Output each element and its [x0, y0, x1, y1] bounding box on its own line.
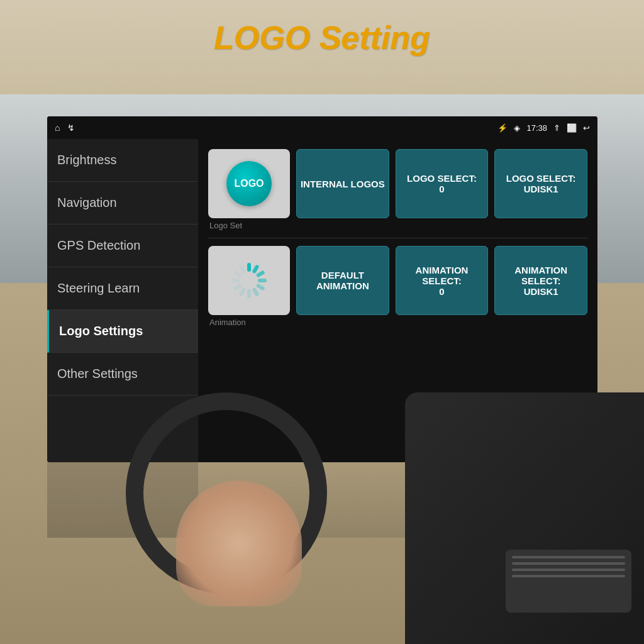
sidebar-item-label: Navigation: [57, 196, 117, 210]
bluetooth-icon: ⚡: [497, 123, 508, 133]
sidebar-item-navigation[interactable]: Navigation: [47, 182, 198, 225]
svg-rect-10: [233, 270, 242, 277]
default-animation-button[interactable]: DEFAULTANIMATION: [296, 246, 389, 315]
back-icon[interactable]: ↩: [583, 123, 590, 133]
svg-rect-2: [256, 270, 265, 277]
logo-tile-label: Logo Set: [208, 221, 290, 230]
animation-select-udisk1-button[interactable]: ANIMATIONSELECT:UDISK1: [494, 246, 587, 315]
svg-rect-5: [252, 287, 259, 297]
status-right: ⚡ ◈ 17:38 ⇑ ⬜ ↩: [497, 123, 590, 133]
sidebar-item-label: Logo Settings: [59, 324, 143, 338]
status-left: ⌂ ↯: [55, 123, 75, 133]
status-bar: ⌂ ↯ ⚡ ◈ 17:38 ⇑ ⬜ ↩: [47, 116, 597, 139]
vent-line: [512, 556, 625, 558]
sidebar-item-logo-settings[interactable]: Logo Settings: [47, 310, 198, 353]
internal-logos-button[interactable]: INTERNAL LOGOS: [296, 149, 389, 218]
sidebar-item-label: Other Settings: [57, 367, 138, 381]
usb-icon: ↯: [67, 123, 75, 133]
logo-tile-group: LOGO Logo Set: [208, 149, 290, 230]
svg-rect-9: [231, 279, 240, 282]
up-arrow-icon: ⇑: [553, 123, 560, 133]
animation-icon-tile[interactable]: [208, 246, 290, 315]
animation-tile-group: Animation: [208, 246, 290, 327]
logo-text: LOGO: [234, 178, 264, 189]
svg-rect-6: [247, 289, 251, 298]
svg-rect-4: [256, 283, 265, 291]
signal-icon: ◈: [514, 123, 520, 133]
vent-line: [512, 569, 625, 571]
svg-rect-1: [252, 264, 259, 274]
vent-line: [512, 562, 625, 565]
sidebar-item-label: Brightness: [57, 153, 117, 167]
sidebar-item-steering-learn[interactable]: Steering Learn: [47, 267, 198, 310]
sidebar-item-label: GPS Detection: [57, 238, 140, 253]
svg-rect-3: [258, 279, 267, 282]
spinner-icon: [229, 260, 269, 301]
svg-rect-0: [247, 263, 251, 272]
window-icon: ⬜: [567, 123, 577, 133]
sidebar-item-label: Steering Learn: [57, 281, 140, 296]
logo-circle: LOGO: [226, 161, 272, 206]
logo-section: LOGO Logo Set INTERNAL LOGOS LOGO SELECT…: [208, 149, 587, 230]
section-divider: [208, 238, 587, 238]
page-title: LOGO Setting: [214, 19, 430, 56]
sidebar-item-gps-detection[interactable]: GPS Detection: [47, 225, 198, 267]
logo-icon-tile[interactable]: LOGO: [208, 149, 290, 218]
hand-on-wheel: [176, 480, 302, 606]
home-icon[interactable]: ⌂: [55, 123, 60, 133]
sidebar-item-brightness[interactable]: Brightness: [47, 139, 198, 182]
page-title-area: LOGO Setting: [0, 19, 644, 57]
logo-select-udisk1-button[interactable]: LOGO SELECT:UDISK1: [494, 149, 587, 218]
logo-select-0-button[interactable]: LOGO SELECT:0: [396, 149, 489, 218]
animation-select-0-button[interactable]: ANIMATIONSELECT:0: [396, 246, 489, 315]
air-vent: [506, 550, 631, 613]
vent-line: [512, 575, 625, 577]
svg-rect-11: [238, 264, 246, 274]
svg-rect-8: [233, 283, 242, 291]
animation-tile-label: Animation: [208, 318, 290, 327]
sidebar-item-other-settings[interactable]: Other Settings: [47, 353, 198, 396]
time-display: 17:38: [526, 123, 547, 133]
svg-rect-7: [238, 287, 246, 297]
animation-section: Animation DEFAULTANIMATION ANIMATIONSELE…: [208, 246, 587, 327]
